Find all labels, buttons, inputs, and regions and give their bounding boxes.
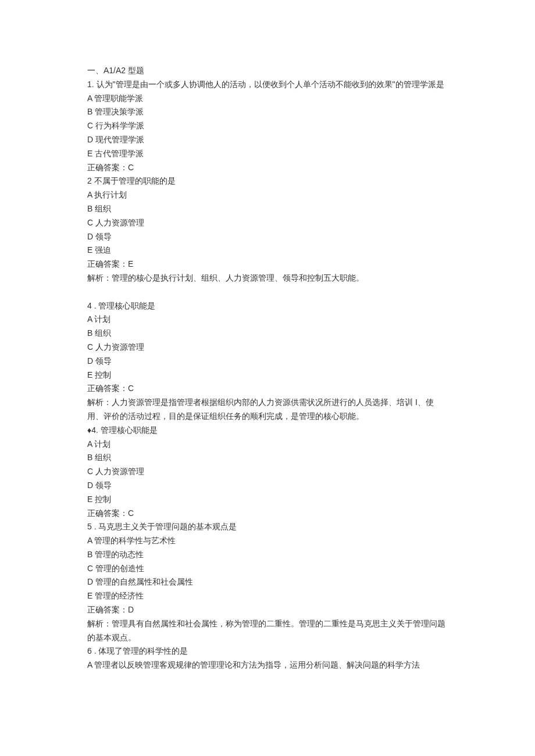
option-c: C 人力资源管理 [87, 465, 448, 479]
question-stem: 6 . 体现了管理的科学性的是 [87, 644, 448, 658]
analysis: 解析：管理具有自然属性和社会属性，称为管理的二重性。管理的二重性是马克思主义关于… [87, 617, 448, 645]
option-c: C 行为科学学派 [87, 119, 448, 133]
analysis: 解析：管理的核心是执行计划、组织、人力资源管理、领导和控制五大职能。 [87, 271, 448, 285]
question-stem: 1. 认为"管理是由一个或多人协调他人的活动，以便收到个人单个活动不能收到的效果… [87, 78, 448, 92]
option-b: B 组织 [87, 451, 448, 465]
document-page: 一、A1/A2 型题 1. 认为"管理是由一个或多人协调他人的活动，以便收到个人… [0, 0, 535, 756]
option-b: B 管理的动态性 [87, 548, 448, 562]
option-a: A 执行计划 [87, 188, 448, 202]
option-a: A 计划 [87, 438, 448, 452]
option-a: A 管理的科学性与艺术性 [87, 534, 448, 548]
option-c: C 管理的创造性 [87, 562, 448, 576]
answer: 正确答案：D [87, 603, 448, 617]
option-b: B 组织 [87, 202, 448, 216]
option-b: B 组织 [87, 327, 448, 341]
answer: 正确答案：E [87, 257, 448, 271]
option-d: D 领导 [87, 230, 448, 244]
question-stem: ♦4. 管理核心职能是 [87, 424, 448, 438]
question-stem: 5 . 马克思主义关于管理问题的基本观点是 [87, 520, 448, 534]
option-a: A 管理者以反映管理客观规律的管理理论和方法为指导，运用分析问题、解决问题的科学… [87, 658, 448, 672]
option-e: E 古代管理学派 [87, 147, 448, 161]
answer: 正确答案：C [87, 507, 448, 521]
question-stem: 4 . 管理核心职能是 [87, 299, 448, 313]
option-d: D 现代管理学派 [87, 133, 448, 147]
option-a: A 计划 [87, 313, 448, 327]
option-e: E 控制 [87, 368, 448, 382]
option-d: D 管理的自然属性和社会属性 [87, 575, 448, 589]
option-c: C 人力资源管理 [87, 216, 448, 230]
option-d: D 领导 [87, 479, 448, 493]
option-a: A 管理职能学派 [87, 92, 448, 106]
option-e: E 强迫 [87, 243, 448, 257]
section-header: 一、A1/A2 型题 [87, 64, 448, 78]
option-b: B 管理决策学派 [87, 105, 448, 119]
analysis: 解析：人力资源管理是指管理者根据组织内部的人力资源供需状况所进行的人员选择、培训… [87, 396, 448, 424]
option-e: E 管理的经济性 [87, 589, 448, 603]
option-d: D 领导 [87, 354, 448, 368]
option-e: E 控制 [87, 493, 448, 507]
option-c: C 人力资源管理 [87, 341, 448, 354]
question-stem: 2 不属于管理的职能的是 [87, 174, 448, 188]
blank-line [87, 285, 448, 299]
answer: 正确答案：C [87, 161, 448, 175]
answer: 正确答案：C [87, 382, 448, 396]
